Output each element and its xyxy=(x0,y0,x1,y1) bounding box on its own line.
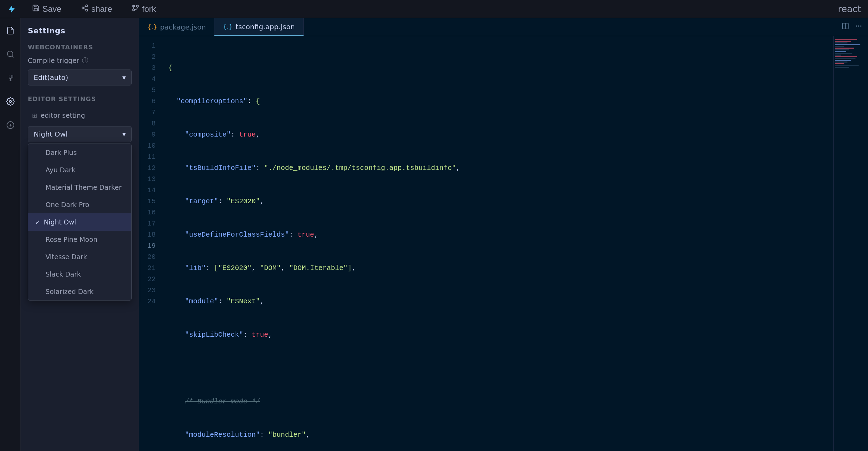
code-line-9: "skipLibCheck": true, xyxy=(168,329,826,341)
more-options-icon[interactable] xyxy=(855,22,862,32)
theme-option-solarized-dark[interactable]: Solarized Dark xyxy=(28,283,131,300)
settings-title: Settings xyxy=(28,26,132,35)
code-line-3: "composite": true, xyxy=(168,129,826,140)
svg-line-4 xyxy=(84,6,86,7)
fork-icon xyxy=(132,4,139,14)
iconbar-plugin[interactable] xyxy=(3,71,17,85)
chevron-down-icon: ▾ xyxy=(122,73,126,82)
theme-option-vitesse-dark[interactable]: Vitesse Dark xyxy=(28,248,131,265)
editor-setting-item[interactable]: ⊞ editor setting xyxy=(28,108,132,123)
svg-point-6 xyxy=(137,5,139,7)
grid-icon: ⊞ xyxy=(32,112,37,119)
icon-bar xyxy=(0,18,21,451)
save-label: Save xyxy=(42,4,62,14)
share-icon xyxy=(81,4,89,14)
code-line-2: "compilerOptions": { xyxy=(168,96,826,107)
code-line-11: /* Bundler mode */ xyxy=(168,396,826,407)
minimap-content xyxy=(834,36,868,71)
code-line-10 xyxy=(168,363,826,374)
svg-line-3 xyxy=(84,8,86,10)
tab-tsconfig-app-json[interactable]: {.} tsconfig.app.json xyxy=(214,18,303,36)
svg-point-22 xyxy=(860,25,862,27)
compile-trigger-dropdown[interactable]: Edit(auto) ▾ xyxy=(28,69,132,85)
compile-trigger-row: Compile trigger ⓘ xyxy=(28,56,132,65)
iconbar-settings[interactable] xyxy=(3,95,17,108)
editor-area: {.} package.json {.} tsconfig.app.json xyxy=(139,18,868,451)
svg-point-0 xyxy=(85,5,88,7)
svg-point-14 xyxy=(9,100,11,102)
sidebar: Settings WEBCONTAINERS Compile trigger ⓘ… xyxy=(21,18,139,451)
code-container[interactable]: 1 2 3 4 5 6 7 8 9 10 11 12 13 14 15 16 1… xyxy=(139,36,868,451)
compile-trigger-label: Compile trigger xyxy=(28,57,79,64)
minimap xyxy=(833,36,868,451)
theme-option-rose-pine[interactable]: Rose Pine Moon xyxy=(28,231,131,248)
svg-line-10 xyxy=(12,56,13,57)
package-json-tab-icon: {.} xyxy=(147,23,157,31)
brand-logo xyxy=(7,4,17,14)
package-json-tab-label: package.json xyxy=(160,23,206,31)
bolt-icon xyxy=(7,4,17,14)
svg-point-2 xyxy=(85,9,88,11)
night-owl-check-icon: ✓ xyxy=(35,219,40,226)
theme-option-dark-plus[interactable]: Dark Plus xyxy=(28,144,131,161)
editor-settings-label: EDITOR SETTINGS xyxy=(28,95,132,102)
compile-trigger-value: Edit(auto) xyxy=(34,73,68,82)
theme-current-value: Night Owl xyxy=(34,130,68,138)
editor-setting-label: editor setting xyxy=(41,112,85,119)
editor-settings-section: EDITOR SETTINGS ⊞ editor setting Night O… xyxy=(28,95,132,142)
share-label: share xyxy=(91,4,112,14)
iconbar-extensions[interactable] xyxy=(3,118,17,132)
topbar: Save share fork react xyxy=(0,0,868,18)
share-button[interactable]: share xyxy=(77,2,116,16)
editor-top-icons xyxy=(842,22,868,32)
code-line-6: "useDefineForClassFields": true, xyxy=(168,229,826,240)
svg-point-21 xyxy=(858,25,859,27)
svg-point-7 xyxy=(133,9,135,11)
save-button[interactable]: Save xyxy=(28,2,66,16)
code-editor[interactable]: { "compilerOptions": { "composite": true… xyxy=(161,36,833,451)
tsconfig-tab-label: tsconfig.app.json xyxy=(236,23,295,31)
tsconfig-tab-icon: {.} xyxy=(223,23,233,30)
main-area: Settings WEBCONTAINERS Compile trigger ⓘ… xyxy=(0,18,868,451)
theme-option-material-darker[interactable]: Material Theme Darker xyxy=(28,179,131,196)
svg-point-1 xyxy=(82,7,84,9)
theme-option-ayu-dark[interactable]: Ayu Dark xyxy=(28,161,131,179)
code-line-8: "module": "ESNext", xyxy=(168,296,826,307)
theme-option-slack-dark[interactable]: Slack Dark xyxy=(28,265,131,283)
iconbar-search[interactable] xyxy=(3,47,17,61)
save-icon xyxy=(32,4,40,14)
fork-label: fork xyxy=(142,4,156,14)
fork-button[interactable]: fork xyxy=(128,2,160,16)
theme-dropdown-container: Night Owl ▾ Dark Plus Ayu Dark Material … xyxy=(28,126,132,142)
theme-option-one-dark-pro[interactable]: One Dark Pro xyxy=(28,196,131,213)
tab-bar: {.} package.json {.} tsconfig.app.json xyxy=(139,18,868,36)
code-line-7: "lib": ["ES2020", "DOM", "DOM.Iterable"]… xyxy=(168,263,826,274)
code-line-5: "target": "ES2020", xyxy=(168,196,826,207)
theme-menu: Dark Plus Ayu Dark Material Theme Darker… xyxy=(28,144,132,301)
webcontainers-section-label: WEBCONTAINERS xyxy=(28,43,132,51)
split-editor-icon[interactable] xyxy=(842,22,849,32)
theme-option-night-owl[interactable]: ✓ Night Owl xyxy=(28,213,131,231)
info-icon: ⓘ xyxy=(82,56,88,65)
theme-chevron-down-icon: ▾ xyxy=(122,130,126,138)
theme-select-button[interactable]: Night Owl ▾ xyxy=(28,126,132,142)
iconbar-file[interactable] xyxy=(3,24,17,38)
svg-point-9 xyxy=(7,51,13,57)
code-line-4: "tsBuildInfoFile": "./node_modules/.tmp/… xyxy=(168,163,826,174)
code-line-1: { xyxy=(168,63,826,74)
svg-point-20 xyxy=(856,25,857,27)
tab-package-json[interactable]: {.} package.json xyxy=(139,18,214,36)
line-numbers: 1 2 3 4 5 6 7 8 9 10 11 12 13 14 15 16 1… xyxy=(139,36,161,451)
project-title: react xyxy=(838,4,861,14)
code-line-12: "moduleResolution": "bundler", xyxy=(168,429,826,441)
